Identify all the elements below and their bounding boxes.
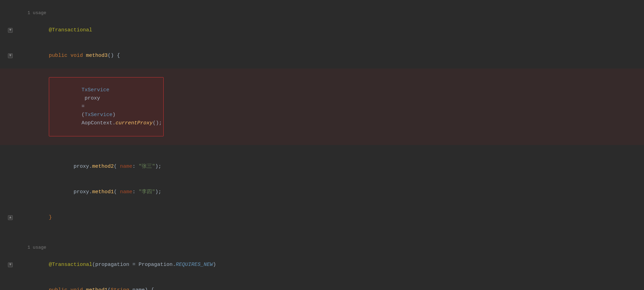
proxy-method2-content: proxy.method2( name: "张三"); <box>21 154 644 179</box>
p1: ( <box>114 164 120 169</box>
kw-string1: String <box>111 287 129 290</box>
close-brace1: } <box>49 215 52 220</box>
line-content: @Transactional <box>21 18 644 43</box>
colon2: : <box>132 189 139 195</box>
cast-paren-close: ) <box>112 112 116 118</box>
name-param1: name <box>129 287 145 290</box>
eq1: = <box>129 262 139 268</box>
paren: () { <box>108 53 120 59</box>
method2-call: method2 <box>92 164 114 169</box>
method3-close-content: } <box>21 205 644 230</box>
equals-op: = <box>81 104 88 110</box>
highlighted-proxy-line: TxService proxy = (TxService) AopContext… <box>0 69 644 145</box>
fold-icon[interactable]: ▼ <box>8 28 13 33</box>
p2: ); <box>155 164 161 169</box>
method1-usage: 1 usage <box>0 241 644 252</box>
dot3: . <box>89 189 92 195</box>
string-lisi: "李四" <box>139 189 155 195</box>
dot2: . <box>89 164 92 169</box>
proxy-method1-content: proxy.method1( name: "李四"); <box>21 180 644 205</box>
annotation-transactional: @Transactional <box>49 27 92 33</box>
call-parens: (); <box>153 120 162 126</box>
txservice-cast: TxService <box>85 112 112 118</box>
highlighted-code-box: TxService proxy = (TxService) AopContext… <box>49 77 164 136</box>
kw-void: void <box>70 53 86 59</box>
string-zhangsan: "张三" <box>139 164 155 169</box>
method1-name: method1 <box>86 287 108 290</box>
requires-new1: REQUIRES_NEW <box>176 262 213 268</box>
cast-paren-open: ( <box>81 112 85 118</box>
method3-name: method3 <box>86 53 108 59</box>
gutter-fold3[interactable]: ▲ <box>0 215 21 220</box>
p4: ); <box>155 189 161 195</box>
method3-usage: 1 usage <box>0 7 644 18</box>
proxy-ref1: proxy <box>49 164 89 169</box>
gutter-fold2[interactable]: ▼ <box>0 53 21 58</box>
fold-icon-close1[interactable]: ▲ <box>8 215 13 220</box>
proxy-ref2: proxy <box>49 189 89 195</box>
spacer1 <box>0 233 644 241</box>
annotation-transactional2: @Transactional <box>49 262 92 268</box>
code-editor: 1 usage ▼ @Transactional ▼ public void m… <box>0 0 644 290</box>
proxy-method2-line: proxy.method2( name: "张三"); <box>0 154 644 179</box>
fold-icon-m1[interactable]: ▼ <box>8 262 13 267</box>
p6: ) { <box>145 287 154 290</box>
empty-content <box>21 145 644 154</box>
method3-signature: public void method3() { <box>21 43 644 68</box>
proxy-var: proxy <box>81 95 103 101</box>
method1-section: 1 usage ▼ @Transactional(propagation = P… <box>0 241 644 290</box>
name-label2: name <box>120 189 132 195</box>
dot4: . <box>173 262 176 268</box>
colon1: : <box>132 164 139 169</box>
method1-call: method1 <box>92 189 114 195</box>
gutter-fold[interactable]: ▼ <box>0 28 21 33</box>
proxy-line-content: TxService proxy = (TxService) AopContext… <box>21 69 644 145</box>
p3: ( <box>114 189 120 195</box>
method1-annotation-content: @Transactional(propagation = Propagation… <box>21 252 644 277</box>
name-label1: name <box>120 164 132 169</box>
txservice-type: TxService <box>81 87 109 93</box>
dot1: . <box>112 120 116 126</box>
kw-public2: public <box>49 287 70 290</box>
fold-icon-method3[interactable]: ▼ <box>8 53 13 58</box>
method3-section: 1 usage ▼ @Transactional ▼ public void m… <box>0 7 644 230</box>
propagation-class: Propagation <box>139 262 173 268</box>
aopcontext-name: AopContext <box>81 120 112 126</box>
method1-sig-line: public void method1(String name) { <box>0 278 644 290</box>
method1-signature: public void method1(String name) { <box>21 278 644 290</box>
method3-close-line: ▲ } <box>0 205 644 230</box>
method1-annotation-line: ▼ @Transactional(propagation = Propagati… <box>0 252 644 278</box>
proxy-method1-line: proxy.method1( name: "李四"); <box>0 179 644 205</box>
ann-paren2: ) <box>213 262 216 268</box>
currentproxy-method: currentProxy <box>116 120 153 126</box>
method3-sig-line: ▼ public void method3() { <box>0 43 644 69</box>
gutter-fold4[interactable]: ▼ <box>0 262 21 267</box>
annotation-line: ▼ @Transactional <box>0 18 644 43</box>
kw-public: public <box>49 53 70 59</box>
ann-paren1: ( <box>92 262 95 268</box>
p5: ( <box>108 287 111 290</box>
empty-line-1 <box>0 145 644 154</box>
kw-void2: void <box>70 287 86 290</box>
propagation-param: propagation <box>95 262 129 268</box>
